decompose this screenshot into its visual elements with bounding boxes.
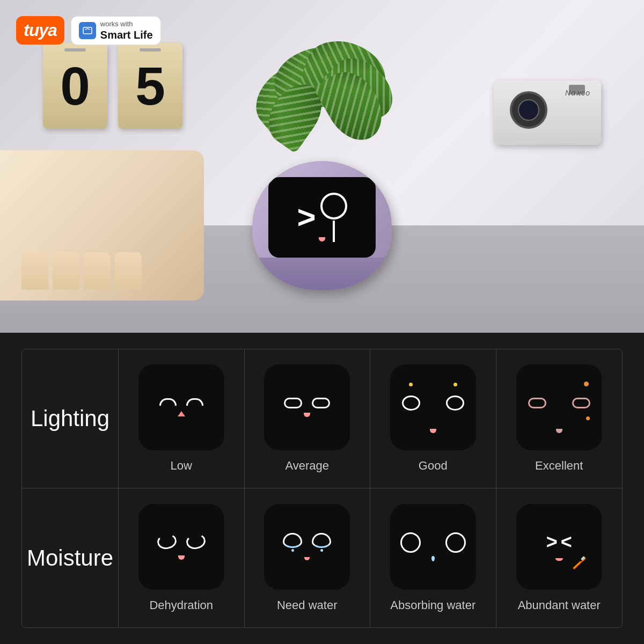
smart-life-name-text: Smart Life bbox=[100, 28, 153, 41]
absorbing-icon bbox=[390, 504, 476, 590]
abundant-icon: > < 🪥 bbox=[516, 504, 602, 590]
pot-body: > bbox=[252, 161, 392, 290]
dehydration-icon bbox=[138, 504, 224, 590]
good-eyes bbox=[402, 396, 464, 411]
abundant-face: > < 🪥 bbox=[524, 517, 594, 576]
excellent-label: Excellent bbox=[535, 459, 583, 473]
lighting-label: Lighting bbox=[31, 406, 109, 431]
calendar-block-0: 0 bbox=[43, 43, 107, 129]
average-label: Average bbox=[285, 459, 329, 473]
dehydration-eyes bbox=[157, 534, 206, 549]
dehydration-eye-left bbox=[156, 532, 178, 551]
average-mouth bbox=[304, 413, 310, 417]
low-eye-left bbox=[159, 398, 177, 406]
features-section: Lighting Low bbox=[0, 333, 644, 644]
feature-cell-good: Good bbox=[370, 349, 496, 488]
moisture-category: Moisture bbox=[22, 488, 119, 627]
hand-knuckles bbox=[21, 252, 142, 290]
need-water-face bbox=[272, 517, 342, 576]
need-water-icon bbox=[264, 504, 350, 590]
plant-pot: > bbox=[241, 38, 402, 290]
abundant-label: Abundant water bbox=[518, 598, 601, 612]
good-icon bbox=[390, 364, 476, 450]
camera-lens bbox=[510, 91, 547, 129]
tuya-logo: tuya bbox=[16, 16, 64, 45]
calendar-block-5: 5 bbox=[118, 43, 182, 129]
excellent-eye-left bbox=[528, 398, 546, 408]
face-circle-container bbox=[320, 193, 347, 242]
water-dot-left bbox=[291, 549, 294, 552]
dehydration-face bbox=[147, 517, 216, 576]
hand-area bbox=[0, 150, 204, 301]
need-water-eye-left-group bbox=[283, 533, 302, 552]
face-circle bbox=[320, 193, 347, 219]
need-water-eyes bbox=[283, 533, 331, 552]
average-eye-right bbox=[312, 398, 330, 408]
tuya-brand-text: tuya bbox=[24, 20, 57, 40]
average-eyes bbox=[284, 398, 330, 408]
dehydration-eye-right bbox=[185, 532, 207, 551]
block-number-0: 0 bbox=[60, 59, 90, 113]
pot-bottom bbox=[252, 258, 392, 290]
good-mouth bbox=[430, 429, 436, 433]
lighting-category: Lighting bbox=[22, 349, 119, 488]
abundant-eye-left-chevron: > bbox=[546, 532, 558, 552]
absorbing-eye-right bbox=[445, 532, 466, 553]
smart-life-text: works with Smart Life bbox=[100, 20, 153, 41]
camera-lens-inner bbox=[518, 99, 539, 121]
smart-life-icon bbox=[79, 22, 96, 39]
low-eye-right bbox=[186, 398, 203, 406]
low-icon bbox=[138, 364, 224, 450]
need-water-eye-left bbox=[283, 533, 302, 548]
average-eye-left bbox=[284, 398, 302, 408]
camera-brand-text: Nαϰco bbox=[565, 89, 590, 97]
excellent-icon bbox=[516, 364, 602, 450]
moisture-label: Moisture bbox=[27, 545, 113, 571]
abundant-eyes: > < bbox=[546, 532, 572, 552]
face-display: > bbox=[297, 193, 347, 242]
low-face bbox=[147, 378, 216, 437]
need-water-mouth bbox=[304, 557, 310, 560]
low-mouth bbox=[178, 411, 185, 416]
camera: Nαϰco bbox=[494, 80, 601, 156]
knuckle-2 bbox=[53, 252, 79, 290]
low-label: Low bbox=[171, 459, 192, 473]
dot-top-right bbox=[453, 383, 457, 386]
good-label: Good bbox=[419, 459, 448, 473]
face-circle-line bbox=[333, 221, 335, 242]
absorbing-eye-left bbox=[400, 532, 421, 553]
good-eye-left bbox=[402, 396, 420, 411]
toothbrush-icon: 🪥 bbox=[572, 556, 587, 570]
need-water-label: Need water bbox=[277, 598, 338, 612]
absorbing-label: Absorbing water bbox=[390, 598, 475, 612]
absorbing-face bbox=[398, 517, 468, 576]
dehydration-label: Dehydration bbox=[149, 598, 213, 612]
dot-top-left bbox=[409, 383, 413, 386]
feature-cell-low: Low bbox=[119, 349, 245, 488]
feature-cell-excellent: Excellent bbox=[496, 349, 623, 488]
works-with-text: works with bbox=[100, 20, 153, 28]
low-eyes bbox=[159, 398, 203, 406]
abundant-mouth bbox=[555, 558, 563, 561]
absorbing-water-drop bbox=[431, 556, 435, 561]
plant-leaves bbox=[241, 38, 402, 172]
logos-container: tuya works with Smart Life bbox=[16, 16, 161, 45]
abundant-eye-right-chevron: < bbox=[561, 532, 572, 552]
knuckle-1 bbox=[21, 252, 48, 290]
excellent-eyes bbox=[528, 398, 590, 408]
average-face bbox=[272, 378, 342, 437]
dot-orange-bottom bbox=[586, 416, 590, 420]
smart-life-badge: works with Smart Life bbox=[71, 16, 161, 45]
pot-screen: > bbox=[268, 177, 376, 258]
block-number-5: 5 bbox=[135, 59, 165, 113]
excellent-mouth bbox=[556, 429, 562, 433]
feature-cell-abundant: > < 🪥 Abundant water bbox=[496, 488, 623, 627]
need-water-eye-right bbox=[312, 533, 331, 548]
excellent-eye-right bbox=[572, 398, 590, 408]
excellent-face bbox=[524, 378, 594, 437]
dot-orange-right bbox=[584, 382, 589, 386]
knuckle-4 bbox=[115, 252, 142, 290]
dehydration-mouth bbox=[178, 555, 185, 560]
absorbing-eyes bbox=[400, 532, 466, 553]
features-grid: Lighting Low bbox=[21, 349, 623, 628]
